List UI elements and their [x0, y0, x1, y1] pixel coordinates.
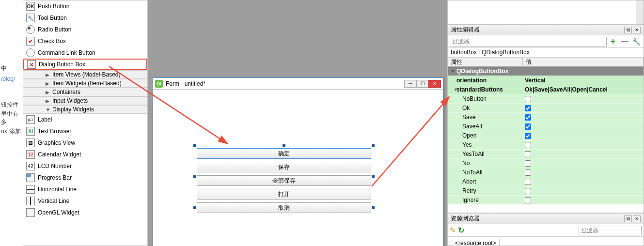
- widget-push-button[interactable]: OKPush Button: [23, 0, 147, 12]
- opt-abort[interactable]: Abort: [448, 177, 644, 186]
- checkbox-yes[interactable]: [525, 142, 531, 148]
- widget-label[interactable]: 🏷Label: [23, 114, 147, 125]
- widget-command-link[interactable]: ➔Command Link Button: [23, 47, 147, 59]
- dialog-button-box[interactable]: 确定 保存 全部保存 打开 取消: [197, 148, 371, 216]
- form-window[interactable]: Qt Form - untitled* ─ ☐ ✕ 确定 保存 全部保存 打开 …: [153, 77, 443, 246]
- opt-saveall[interactable]: SaveAll: [448, 122, 644, 131]
- checkbox-nobutton[interactable]: [525, 96, 531, 102]
- resource-browser-panel: 资源浏览器 ⧉ ✕ ✎ ↻ <resource root>: [447, 213, 644, 246]
- property-tree[interactable]: ▼QDialogButtonBox orientationVertical ▼s…: [448, 66, 644, 213]
- widget-label-text: Label: [38, 116, 52, 123]
- remove-property-button[interactable]: —: [619, 36, 630, 47]
- checkbox-abort[interactable]: [525, 179, 531, 185]
- opt-nobutton[interactable]: NoButton: [448, 94, 644, 103]
- chevron-down-icon[interactable]: ▼: [451, 69, 456, 74]
- widget-check-box[interactable]: ✔Check Box: [23, 35, 147, 47]
- widget-tool-button[interactable]: 🔧Tool Button: [23, 12, 147, 24]
- reload-resources-button[interactable]: ↻: [458, 226, 464, 235]
- close-panel-button[interactable]: ✕: [633, 215, 641, 222]
- button-saveall[interactable]: 全部保存: [197, 175, 371, 186]
- widget-label: Calendar Widget: [38, 151, 81, 158]
- resource-filter-input[interactable]: [579, 226, 642, 235]
- widget-label: Progress Bar: [38, 174, 72, 181]
- chevron-down-icon: ▼: [46, 107, 50, 112]
- opt-retry[interactable]: Retry: [448, 186, 644, 195]
- widget-horizontal-line[interactable]: Horizontal Line: [23, 184, 147, 195]
- property-columns-header: 属性值: [448, 58, 644, 66]
- opt-notoall[interactable]: NoToAll: [448, 168, 644, 177]
- property-editor-header[interactable]: 属性编辑器 ⧉ ✕: [448, 25, 644, 35]
- widget-dialog-button-box[interactable]: ✕Dialog Button Box: [23, 59, 147, 70]
- button-open[interactable]: 打开: [197, 189, 371, 200]
- widget-label: Text Browser: [38, 128, 71, 135]
- category-display-widgets[interactable]: ▼Display Widgets: [23, 105, 147, 114]
- widget-label: Tool Button: [38, 15, 67, 21]
- dock-button[interactable]: ⧉: [624, 27, 632, 33]
- scrollbar[interactable]: [636, 0, 644, 25]
- opt-no[interactable]: No: [448, 158, 644, 168]
- checkbox-ignore[interactable]: [525, 197, 531, 203]
- widget-lcd-number[interactable]: 42LCD Number: [23, 160, 147, 172]
- widget-radio-button[interactable]: Radio Button: [23, 24, 147, 35]
- category-input-widgets[interactable]: ▶Input Widgets: [23, 96, 147, 105]
- qt-icon: Qt: [155, 80, 163, 88]
- edit-resources-button[interactable]: ✎: [450, 226, 456, 235]
- category-item-widgets[interactable]: ▶Item Widgets (Item-Based): [23, 79, 147, 88]
- property-class-row[interactable]: ▼QDialogButtonBox: [448, 66, 644, 76]
- object-label: buttonBox : QDialogButtonBox: [448, 48, 644, 58]
- checkbox-retry[interactable]: [525, 188, 531, 194]
- checkbox-notoall[interactable]: [525, 169, 531, 176]
- button-ok[interactable]: 确定: [197, 148, 371, 159]
- widget-vertical-line[interactable]: Vertical Line: [23, 195, 147, 207]
- widget-text-browser[interactable]: AIText Browser: [23, 125, 147, 137]
- design-canvas[interactable]: Qt Form - untitled* ─ ☐ ✕ 确定 保存 全部保存 打开 …: [148, 0, 447, 246]
- chevron-down-icon[interactable]: ▼: [451, 87, 456, 92]
- opt-ignore[interactable]: Ignore: [448, 195, 644, 204]
- form-titlebar[interactable]: Qt Form - untitled* ─ ☐ ✕: [153, 78, 443, 90]
- maximize-button[interactable]: ☐: [416, 80, 429, 88]
- settings-button[interactable]: 🔧: [631, 36, 642, 47]
- close-button[interactable]: ✕: [428, 80, 441, 88]
- opt-yestoall[interactable]: YesToAll: [448, 149, 644, 158]
- opt-save[interactable]: Save: [448, 112, 644, 122]
- widget-calendar[interactable]: 12Calendar Widget: [23, 149, 147, 160]
- form-title: Form - untitled*: [166, 80, 205, 87]
- checkbox-save[interactable]: [525, 114, 531, 121]
- opt-yes[interactable]: Yes: [448, 140, 644, 149]
- checkbox-saveall[interactable]: [525, 123, 531, 130]
- widget-progress-bar[interactable]: Progress Bar: [23, 172, 147, 184]
- blog-link[interactable]: /blog/: [1, 76, 15, 82]
- minimize-button[interactable]: ─: [404, 80, 417, 88]
- object-inspector-panel: [447, 0, 644, 24]
- widget-label: OpenGL Widget: [38, 209, 79, 216]
- property-standard-buttons[interactable]: ▼standardButtonsOk|Save|SaveAll|Open|Can…: [448, 85, 644, 94]
- dock-button[interactable]: ⧉: [624, 215, 632, 222]
- widget-label: Dialog Button Box: [39, 61, 85, 68]
- widget-graphics-view[interactable]: 🖼Graphics View: [23, 137, 147, 149]
- widget-opengl[interactable]: OpenGL Widget: [23, 207, 147, 218]
- resource-browser-header[interactable]: 资源浏览器 ⧉ ✕: [448, 214, 644, 224]
- property-editor-panel: 属性编辑器 ⧉ ✕ + — 🔧 buttonBox : QDialogButto…: [447, 24, 644, 213]
- property-orientation[interactable]: orientationVertical: [448, 76, 644, 85]
- opt-open[interactable]: Open: [448, 131, 644, 140]
- opt-ok[interactable]: Ok: [448, 103, 644, 112]
- widget-label: Vertical Line: [38, 198, 69, 204]
- property-filter-input[interactable]: [450, 37, 607, 46]
- resource-tree[interactable]: <resource root>: [448, 237, 644, 246]
- add-property-button[interactable]: +: [608, 36, 618, 47]
- widget-box-panel: OKPush Button 🔧Tool Button Radio Button …: [23, 0, 148, 246]
- checkbox-open[interactable]: [525, 133, 531, 139]
- chevron-right-icon: ▶: [46, 81, 49, 86]
- widget-label: Graphics View: [38, 139, 75, 146]
- widget-label: Check Box: [38, 38, 66, 45]
- category-containers[interactable]: ▶Containers: [23, 88, 147, 96]
- chevron-right-icon: ▶: [46, 72, 49, 77]
- checkbox-yestoall[interactable]: [525, 151, 531, 157]
- checkbox-no[interactable]: [525, 160, 531, 167]
- checkbox-ok[interactable]: [525, 105, 531, 111]
- category-item-views[interactable]: ▶Item Views (Model-Based): [23, 70, 147, 79]
- resource-root[interactable]: <resource root>: [452, 239, 500, 246]
- close-panel-button[interactable]: ✕: [633, 27, 641, 33]
- button-save[interactable]: 保存: [197, 162, 371, 172]
- button-cancel[interactable]: 取消: [197, 202, 371, 213]
